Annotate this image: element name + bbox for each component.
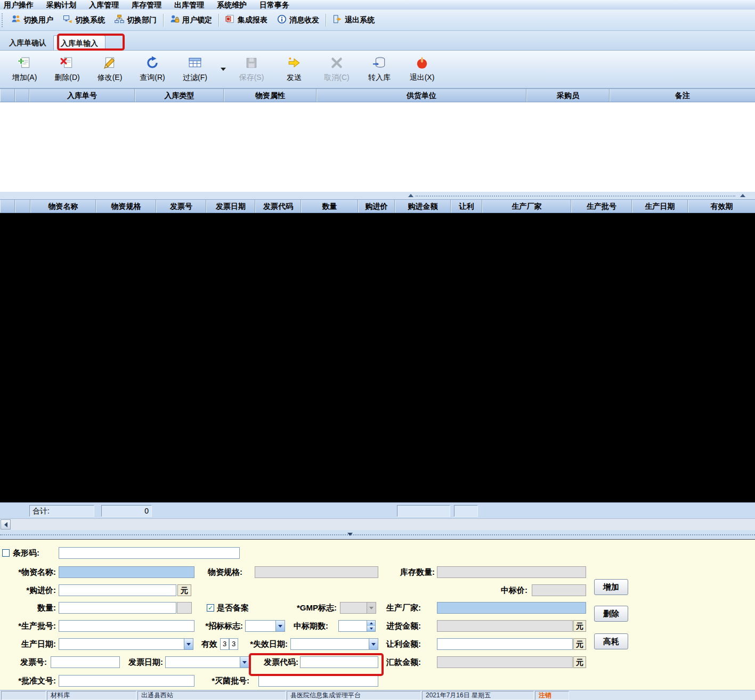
column-header[interactable]: 发票日期 — [206, 200, 255, 213]
approval-no-input[interactable] — [59, 675, 194, 687]
menu-item-user-operations[interactable]: 用户操作 — [0, 0, 43, 10]
column-header[interactable]: 入库单号 — [29, 89, 135, 102]
column-header[interactable]: 采购员 — [526, 89, 610, 102]
menu-item-outbound-management[interactable]: 出库管理 — [171, 0, 213, 10]
invoice-code-input[interactable] — [300, 656, 378, 668]
column-header[interactable]: 发票代码 — [255, 200, 301, 213]
barcode-checkbox[interactable] — [2, 549, 10, 557]
spin-up-icon[interactable] — [367, 621, 375, 626]
column-header-indicator[interactable] — [0, 89, 15, 102]
rebate-amount-input[interactable] — [437, 638, 573, 650]
dropdown-button[interactable] — [369, 639, 378, 649]
column-header-select[interactable] — [15, 200, 30, 213]
menu-item-daily-affairs[interactable]: 日常事务 — [256, 0, 298, 10]
action-send-button[interactable]: 发送 — [273, 52, 315, 86]
prod-batch-input[interactable] — [59, 620, 194, 632]
high-cost-button[interactable]: 高耗 — [594, 633, 628, 649]
add-button[interactable]: 增加 — [594, 579, 628, 595]
tab-inbound-entry[interactable]: 入库单输入 — [53, 35, 105, 50]
menu-item-inventory-management[interactable]: 库存管理 — [128, 0, 171, 10]
valid-months-input[interactable]: 3 — [229, 638, 238, 650]
material-name-input[interactable] — [59, 566, 194, 578]
scroll-left-button[interactable] — [1, 519, 11, 530]
toolbar-report-button[interactable]: 集成报表 — [221, 12, 272, 28]
toolbar-switch-user-button[interactable]: 切换用户 — [6, 12, 58, 28]
logout-link[interactable]: 注销 — [535, 691, 569, 700]
dropdown-button[interactable] — [184, 639, 193, 649]
toolbar-switch-system-button[interactable]: 切换系统 — [58, 12, 110, 28]
action-transfer-to-stock-button[interactable]: 转入库 — [358, 52, 401, 86]
column-header[interactable]: 生产日期 — [632, 200, 688, 213]
toolbar-grip[interactable] — [2, 13, 4, 27]
column-header[interactable]: 物资规格 — [96, 200, 156, 213]
column-header[interactable]: 物资属性 — [224, 89, 316, 102]
action-delete-button[interactable]: 删除(D) — [46, 52, 88, 86]
invoice-no-input[interactable] — [51, 656, 120, 668]
bid-period-spinner[interactable] — [338, 620, 376, 632]
action-query-button[interactable]: 查询(R) — [131, 52, 174, 86]
horizontal-scrollbar[interactable] — [0, 518, 755, 530]
column-header-select[interactable] — [15, 89, 29, 102]
toolbar-button-label: 切换部门 — [127, 15, 157, 25]
column-header[interactable]: 供货单位 — [316, 89, 526, 102]
column-header[interactable]: 生产批号 — [571, 200, 632, 213]
menu-item-system-maintenance[interactable]: 系统维护 — [213, 0, 256, 10]
toolbar-exit-system-button[interactable]: 退出系统 — [328, 12, 379, 28]
action-modify-button[interactable]: 修改(E) — [88, 52, 131, 86]
save-icon — [245, 56, 258, 71]
column-header[interactable]: 生产厂家 — [482, 200, 571, 213]
orders-grid-body[interactable] — [0, 102, 755, 192]
totals-quantity-box: 0 — [101, 505, 152, 517]
menu-item-purchase-plan[interactable]: 采购计划 — [43, 0, 85, 10]
prod-date-select[interactable] — [59, 638, 193, 650]
valid-years-input[interactable]: 3 — [220, 638, 229, 650]
spinner-buttons[interactable] — [367, 621, 375, 631]
column-header[interactable]: 发票号 — [156, 200, 206, 213]
filter-dropdown-arrow[interactable] — [216, 52, 230, 86]
action-add-button[interactable]: 增加(A) — [3, 52, 46, 86]
sterile-batch-input[interactable] — [258, 675, 378, 687]
menu-item-inbound-management[interactable]: 入库管理 — [85, 0, 128, 10]
grid-splitter[interactable] — [0, 192, 755, 199]
collapse-up-icon[interactable] — [740, 194, 745, 197]
items-grid-body[interactable] — [0, 213, 755, 502]
column-header[interactable]: 有效期 — [688, 200, 755, 213]
toolbar-user-lock-button[interactable]: 用户锁定 — [165, 12, 217, 28]
action-filter-button[interactable]: 过滤(F) — [174, 52, 216, 86]
tab-strip: 入库单确认 入库单输入 — [0, 31, 755, 51]
dropdown-button[interactable] — [240, 657, 249, 668]
toolbar-switch-dept-button[interactable]: 切换部门 — [110, 12, 161, 28]
action-exit-button[interactable]: 退出(X) — [401, 52, 443, 86]
column-header[interactable]: 物资名称 — [30, 200, 96, 213]
totals-label-box: 合计: — [29, 505, 94, 517]
yuan-unit-box: 元 — [573, 656, 586, 668]
column-header[interactable]: 数量 — [301, 200, 358, 213]
cancel-icon — [330, 56, 344, 71]
manufacturer-input[interactable] — [437, 602, 586, 614]
column-header[interactable]: 购进金额 — [395, 200, 451, 213]
action-label: 退出(X) — [410, 73, 435, 83]
column-header[interactable]: 让利 — [451, 200, 482, 213]
spin-down-icon[interactable] — [367, 626, 375, 631]
invoice-date-select[interactable] — [165, 656, 249, 668]
record-checkbox[interactable]: ✓ — [207, 604, 214, 612]
qty-label: 数量: — [0, 602, 56, 614]
column-header[interactable]: 购进价 — [358, 200, 395, 213]
column-header[interactable]: 备注 — [610, 89, 755, 102]
barcode-input[interactable] — [59, 547, 240, 559]
toolbar-separator — [218, 14, 219, 27]
collapse-up-icon[interactable] — [408, 194, 413, 197]
collapse-down-icon[interactable] — [347, 533, 353, 536]
column-header[interactable]: 入库类型 — [135, 89, 224, 102]
expire-date-select[interactable] — [290, 638, 378, 650]
qty-input[interactable] — [59, 602, 176, 614]
tab-inbound-confirm[interactable]: 入库单确认 — [2, 35, 53, 50]
form-splitter[interactable] — [0, 530, 755, 539]
delete-button[interactable]: 删除 — [594, 606, 628, 622]
dropdown-button[interactable] — [275, 621, 285, 631]
toolbar-message-button[interactable]: 消息收发 — [272, 12, 324, 28]
purchase-price-input[interactable] — [59, 584, 176, 596]
bid-period-label: 中标期数: — [286, 620, 328, 632]
bid-flag-select[interactable] — [245, 620, 285, 632]
column-header-indicator[interactable] — [0, 200, 15, 213]
